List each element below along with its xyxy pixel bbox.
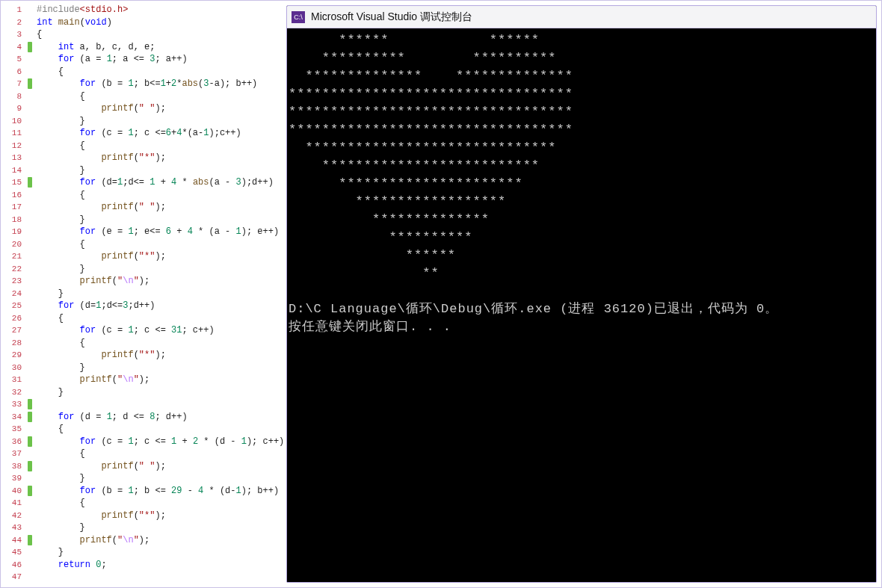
code-line[interactable]: for (c = 1; c <= 31; c++) [37,324,284,337]
code-editor[interactable]: 1234567891011121314151617181920212223242… [1,1,283,587]
code-line[interactable]: return 0; [37,559,284,572]
code-line[interactable]: printf(" "); [37,460,284,473]
line-number: 8 [1,90,32,103]
line-number: 42 [1,510,32,522]
code-line[interactable]: { [37,312,284,325]
code-line[interactable]: printf(" "); [37,102,284,115]
code-line[interactable]: printf("*"); [37,349,284,362]
code-line[interactable]: { [37,497,284,510]
code-line[interactable]: { [37,189,284,202]
code-line[interactable]: } [37,522,284,534]
line-number: 45 [1,546,32,559]
code-line[interactable]: for (c = 1; c <=6+4*(a-1);c++) [37,127,284,140]
code-line[interactable]: for (b = 1; b<=1+2*abs(3-a); b++) [37,78,284,90]
code-line[interactable]: for (d=1;d<= 1 + 4 * abs(a - 3);d++) [37,176,284,189]
line-number: 31 [1,374,32,386]
code-line[interactable]: for (b = 1; b <= 29 - 4 * (d-1); b++) [37,485,284,498]
line-number: 16 [1,189,32,202]
line-number: 15 [1,176,32,189]
code-line[interactable] [37,571,284,584]
code-line[interactable]: for (a = 1; a <= 3; a++) [37,53,284,66]
line-number: 17 [1,201,32,214]
line-number: 26 [1,312,32,325]
line-number: 38 [1,460,32,473]
line-number: 39 [1,472,32,485]
console-icon: C:\ [292,11,305,23]
code-line[interactable]: int a, b, c, d, e; [37,41,284,54]
line-number: 47 [1,571,32,584]
code-line[interactable]: } [37,288,284,300]
line-number: 41 [1,497,32,510]
code-line[interactable]: } [37,164,284,177]
line-number: 5 [1,53,32,66]
line-number: 35 [1,423,32,436]
code-line[interactable]: printf(" "); [37,201,284,214]
code-line[interactable]: } [37,386,284,399]
line-number: 9 [1,102,32,115]
code-area[interactable]: #include<stdio.h>int main(void){ int a, … [32,1,284,587]
code-line[interactable]: { [37,90,284,103]
code-line[interactable]: for (e = 1; e<= 6 + 4 * (a - 1); e++) [37,226,284,238]
code-line[interactable]: #include<stdio.h> [37,4,284,16]
line-number: 37 [1,448,32,460]
line-number: 3 [1,28,32,41]
line-number-gutter: 1234567891011121314151617181920212223242… [1,1,32,587]
line-number: 11 [1,127,32,140]
line-number: 23 [1,275,32,288]
line-number: 4 [1,41,32,54]
line-number: 13 [1,152,32,164]
line-number: 30 [1,362,32,374]
line-number: 34 [1,411,32,424]
code-line[interactable]: { [37,238,284,251]
line-number: 20 [1,238,32,251]
code-line[interactable]: { [37,423,284,436]
line-number: 27 [1,324,32,337]
code-line[interactable]: } [37,546,284,559]
line-number: 33 [1,398,32,411]
line-number: 12 [1,140,32,152]
code-line[interactable]: { [37,448,284,460]
line-number: 40 [1,485,32,498]
code-line[interactable]: } [37,214,284,226]
code-line[interactable]: { [37,337,284,350]
code-line[interactable]: printf("*"); [37,152,284,164]
line-number: 19 [1,226,32,238]
line-number: 7 [1,78,32,90]
code-line[interactable]: } [37,263,284,276]
console-title: Microsoft Visual Studio 调试控制台 [311,10,472,24]
line-number: 46 [1,559,32,572]
app-root: 1234567891011121314151617181920212223242… [0,0,882,588]
console-window: C:\ Microsoft Visual Studio 调试控制台 ******… [286,5,877,583]
code-line[interactable]: } [37,115,284,128]
line-number: 29 [1,349,32,362]
code-line[interactable]: { [37,66,284,78]
code-line[interactable]: for (c = 1; c <= 1 + 2 * (d - 1); c++) [37,436,284,448]
line-number: 6 [1,66,32,78]
line-number: 14 [1,164,32,177]
line-number: 24 [1,288,32,300]
line-number: 43 [1,522,32,534]
code-line[interactable] [37,398,284,411]
code-line[interactable]: int main(void) [37,16,284,29]
code-line[interactable]: printf("\n"); [37,275,284,288]
code-line[interactable]: printf("*"); [37,250,284,263]
line-number: 10 [1,115,32,128]
console-output[interactable]: ****** ****** ********** ********** ****… [287,28,876,582]
line-number: 18 [1,214,32,226]
code-line[interactable]: { [37,140,284,152]
line-number: 25 [1,300,32,312]
code-line[interactable]: for (d = 1; d <= 8; d++) [37,411,284,424]
code-line[interactable]: } [37,362,284,374]
line-number: 32 [1,386,32,399]
code-line[interactable]: } [37,472,284,485]
line-number: 21 [1,250,32,263]
code-line[interactable]: printf("\n"); [37,534,284,547]
code-line[interactable]: { [37,28,284,41]
line-number: 2 [1,16,32,29]
console-titlebar[interactable]: C:\ Microsoft Visual Studio 调试控制台 [287,6,876,28]
code-line[interactable]: for (d=1;d<=3;d++) [37,300,284,312]
code-line[interactable]: printf("\n"); [37,374,284,386]
line-number: 44 [1,534,32,547]
line-number: 22 [1,263,32,276]
code-line[interactable]: printf("*"); [37,510,284,522]
